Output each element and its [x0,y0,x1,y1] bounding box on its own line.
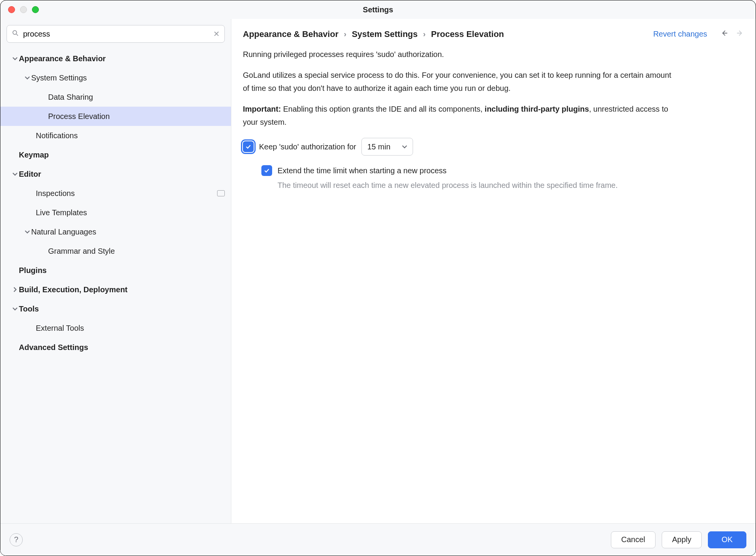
extend-hint: The timeout will reset each time a new e… [278,179,685,191]
help-button[interactable]: ? [10,533,23,546]
important-label: Important: [243,105,281,113]
tree-label: Notifications [36,131,78,140]
window-controls [0,6,39,13]
tree-item-plugins[interactable]: Plugins [0,261,231,280]
tree-label: Appearance & Behavior [19,54,106,63]
breadcrumb-process-elevation: Process Elevation [431,29,504,39]
search-input[interactable] [23,30,209,39]
nav-arrows [720,29,744,39]
apply-button[interactable]: Apply [662,531,702,548]
tree-label: Grammar and Style [48,247,115,256]
tree-item-editor[interactable]: Editor [0,164,231,184]
cancel-button[interactable]: Cancel [611,531,656,548]
tree-label: Plugins [19,266,47,275]
tree-label: Live Templates [36,208,87,217]
ok-button[interactable]: OK [708,531,746,548]
tree-label: Natural Languages [31,228,96,236]
keep-auth-option: Keep 'sudo' authorization for 15 min [243,138,740,156]
description-paragraph-1: Running privileged processes requires 's… [243,48,674,61]
content-panel: Appearance & Behavior › System Settings … [231,19,756,523]
tree-item-build-execution-deployment[interactable]: Build, Execution, Deployment [0,280,231,299]
minimize-window-button[interactable] [20,6,27,13]
window-title: Settings [0,5,756,14]
extend-label: Extend the time limit when starting a ne… [278,164,447,177]
tree-label: External Tools [36,324,84,333]
tree-item-external-tools[interactable]: External Tools [0,318,231,338]
tree-label: Build, Execution, Deployment [19,285,127,294]
breadcrumb-system-settings[interactable]: System Settings [352,29,418,39]
revert-changes-link[interactable]: Revert changes [653,30,707,39]
tree-item-appearance-behavior[interactable]: Appearance & Behavior [0,49,231,68]
settings-window: Settings ✕ [0,0,756,556]
keep-auth-checkbox[interactable] [243,141,254,152]
chevron-down-icon [11,306,19,311]
back-icon[interactable] [720,29,729,39]
breadcrumb-appearance[interactable]: Appearance & Behavior [243,29,338,39]
chevron-down-icon [11,56,19,61]
footer: ? Cancel Apply OK [0,523,756,556]
chevron-down-icon [23,75,31,80]
svg-line-1 [17,34,18,35]
breadcrumb-separator: › [423,30,426,39]
tree-item-system-settings[interactable]: System Settings [0,68,231,87]
tree-item-grammar-style[interactable]: Grammar and Style [0,241,231,261]
extend-checkbox[interactable] [261,165,272,176]
search-field[interactable]: ✕ [7,25,225,43]
tree-item-data-sharing[interactable]: Data Sharing [0,87,231,107]
close-window-button[interactable] [8,6,15,13]
tree-label: System Settings [31,74,87,82]
tree-item-live-templates[interactable]: Live Templates [0,203,231,222]
important-bold: including third-party plugins [485,105,589,113]
svg-point-0 [13,30,17,34]
duration-value: 15 min [367,140,390,153]
tree-item-keymap[interactable]: Keymap [0,145,231,164]
chevron-down-icon [402,140,407,153]
extend-option: Extend the time limit when starting a ne… [261,164,685,191]
tree-item-notifications[interactable]: Notifications [0,126,231,145]
important-text-1: Enabling this option grants the IDE and … [281,105,485,113]
tree-item-inspections[interactable]: Inspections [0,184,231,203]
chevron-right-icon [11,287,19,292]
tree-label: Inspections [36,189,75,198]
clear-search-icon[interactable]: ✕ [213,30,220,38]
tree-label: Data Sharing [48,93,93,102]
keep-auth-label: Keep 'sudo' authorization for [259,140,356,153]
important-note: Important: Enabling this option grants t… [243,102,674,129]
duration-select[interactable]: 15 min [361,138,413,156]
sidebar: ✕ Appearance & Behavior System Settings [0,19,231,523]
tree-item-tools[interactable]: Tools [0,299,231,318]
tree-item-advanced-settings[interactable]: Advanced Settings [0,338,231,357]
search-icon [12,29,19,39]
tree-item-process-elevation[interactable]: Process Elevation [0,107,231,126]
tree-label: Editor [19,170,41,179]
chevron-down-icon [11,171,19,177]
titlebar: Settings [0,0,756,19]
tree-label: Advanced Settings [19,343,88,352]
tree-label: Keymap [19,151,49,159]
settings-tree: Appearance & Behavior System Settings Da… [0,47,231,523]
content-header: Appearance & Behavior › System Settings … [231,19,756,46]
breadcrumb-separator: › [344,30,346,39]
tree-item-natural-languages[interactable]: Natural Languages [0,222,231,241]
description-paragraph-2: GoLand utilizes a special service proces… [243,69,674,95]
zoom-window-button[interactable] [32,6,39,13]
forward-icon [736,29,744,39]
tree-label: Process Elevation [48,112,110,121]
modified-indicator-icon [217,190,225,196]
tree-label: Tools [19,305,39,313]
chevron-down-icon [23,229,31,234]
